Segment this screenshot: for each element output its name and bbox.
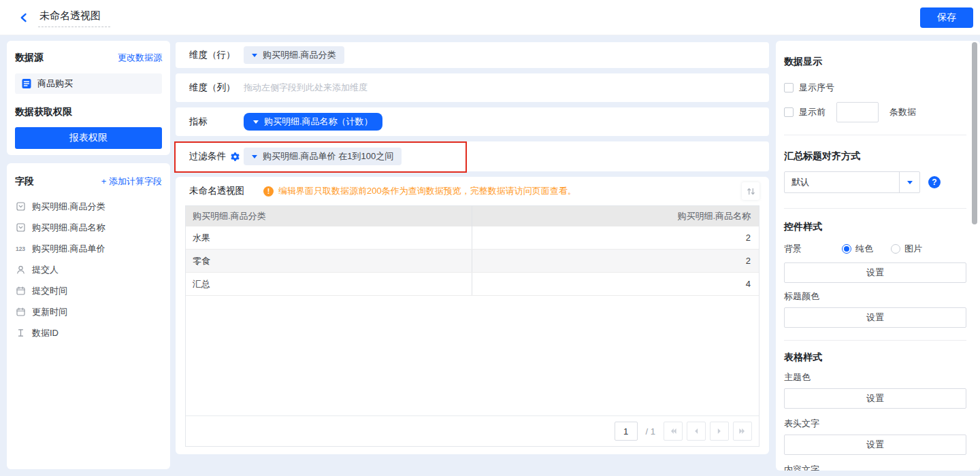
- page-number-input[interactable]: [615, 422, 638, 441]
- sort-button[interactable]: [742, 182, 760, 200]
- vertical-scrollbar-thumb[interactable]: [972, 42, 977, 224]
- title-color-set-button[interactable]: 设置: [784, 307, 966, 328]
- filter-label: 过滤条件: [189, 150, 244, 163]
- background-label: 背景: [784, 243, 842, 255]
- preview-notice-text: 编辑界面只取数据源前200条作为查询数据预览，完整数据请访问页面查看。: [278, 185, 576, 197]
- plus-icon: +: [101, 176, 107, 186]
- column-header: 购买明细.商品分类: [186, 206, 472, 226]
- header-text-set-button[interactable]: 设置: [784, 435, 966, 455]
- background-row: 背景 纯色 图片: [784, 243, 966, 255]
- field-item[interactable]: 提交时间: [15, 280, 162, 301]
- field-item[interactable]: 更新时间: [15, 301, 162, 322]
- pivot-editor: 未命名透视图 保存 数据源 更改数据源 商品购买 数据获取权限 报表权限 字段 …: [0, 0, 980, 476]
- sort-arrows-icon: [746, 186, 756, 197]
- table-row-summary: 汇总 4: [186, 273, 759, 296]
- chevron-down-icon: [253, 120, 259, 124]
- bg-solid-option[interactable]: 纯色: [842, 243, 873, 255]
- fields-title: 字段: [15, 175, 34, 188]
- cell-value: 2: [472, 226, 759, 249]
- page-title[interactable]: 未命名透视图: [38, 8, 110, 27]
- help-icon[interactable]: ?: [928, 176, 941, 188]
- preview-header: 未命名透视图 ! 编辑界面只取数据源前200条作为查询数据预览，完整数据请访问页…: [185, 177, 760, 205]
- table-style-title: 表格样式: [784, 352, 966, 364]
- summary-align-row: 默认 ?: [784, 171, 966, 193]
- chevron-right-icon: [715, 427, 723, 435]
- field-label: 购买明细.商品名称: [32, 222, 105, 234]
- datasource-item[interactable]: 商品购买: [15, 73, 162, 94]
- save-button[interactable]: 保存: [920, 7, 973, 28]
- record-count-input[interactable]: [836, 102, 879, 122]
- field-label: 更新时间: [32, 306, 67, 318]
- back-button[interactable]: [16, 10, 31, 25]
- double-chevron-right-icon: [738, 427, 747, 435]
- datasource-title: 数据源: [15, 52, 44, 64]
- metric-tag[interactable]: 购买明细.商品名称（计数）: [244, 113, 382, 131]
- preview-title: 未命名透视图: [189, 185, 244, 197]
- fields-panel: 字段 + 添加计算字段 购买明细.商品分类 购买明细.商品名称 123 购买明细…: [7, 163, 170, 469]
- field-label: 提交时间: [32, 285, 67, 297]
- metric-config: 指标 购买明细.商品名称（计数）: [176, 107, 769, 136]
- field-item[interactable]: 购买明细.商品分类: [15, 196, 162, 217]
- prev-page-button[interactable]: [687, 422, 706, 441]
- table-row: 水果 2: [186, 226, 759, 250]
- show-index-label: 显示序号: [799, 82, 834, 94]
- filter-tag[interactable]: 购买明细.商品单价 在1到100之间: [244, 148, 402, 165]
- background-set-button[interactable]: 设置: [784, 262, 966, 283]
- dimension-row-tag[interactable]: 购买明细.商品分类: [244, 46, 344, 64]
- dimension-col-placeholder: 拖动左侧字段到此处来添加维度: [244, 82, 368, 94]
- cell-category: 零食: [186, 250, 472, 272]
- field-item[interactable]: 数据ID: [15, 322, 162, 343]
- next-page-button[interactable]: [710, 422, 729, 441]
- select-field-icon: [15, 223, 26, 232]
- first-page-button[interactable]: [664, 422, 683, 441]
- cell-category: 水果: [186, 226, 472, 249]
- user-field-icon: [15, 265, 26, 274]
- field-list: 购买明细.商品分类 购买明细.商品名称 123 购买明细.商品单价 提交人 提交…: [15, 196, 162, 343]
- cell-category: 汇总: [186, 273, 472, 295]
- field-item[interactable]: 提交人: [15, 259, 162, 280]
- form-document-icon: [21, 78, 32, 89]
- double-chevron-left-icon: [669, 427, 677, 435]
- topbar: 未命名透视图 保存: [0, 0, 980, 35]
- change-datasource-link[interactable]: 更改数据源: [118, 52, 162, 64]
- dimension-col-config[interactable]: 维度（列） 拖动左侧字段到此处来添加维度: [176, 73, 769, 102]
- data-display-title: 数据显示: [784, 56, 966, 68]
- theme-color-label: 主题色: [784, 371, 966, 384]
- summary-align-select[interactable]: 默认: [784, 171, 920, 193]
- chevron-down-icon: [252, 54, 257, 57]
- table-empty-space: [186, 296, 759, 415]
- dimension-col-label: 维度（列）: [189, 82, 244, 94]
- preview-table: 购买明细.商品分类 购买明细.商品名称 水果 2 零食 2 汇总 4 / 1: [185, 205, 760, 447]
- cell-value: 2: [472, 250, 759, 272]
- last-page-button[interactable]: [733, 422, 752, 441]
- datasource-panel: 数据源 更改数据源 商品购买 数据获取权限 报表权限: [7, 41, 170, 155]
- divider: [784, 135, 966, 135]
- field-label: 数据ID: [32, 327, 59, 339]
- filter-config: 过滤条件 购买明细.商品单价 在1到100之间: [176, 141, 769, 171]
- content-text-label: 内容文字: [784, 464, 966, 471]
- select-field-icon: [15, 202, 26, 211]
- preview-notice: ! 编辑界面只取数据源前200条作为查询数据预览，完整数据请访问页面查看。: [263, 185, 576, 197]
- column-header: 购买明细.商品名称: [472, 206, 759, 226]
- chevron-down-icon: [252, 155, 257, 158]
- bg-image-option[interactable]: 图片: [891, 243, 922, 255]
- theme-color-set-button[interactable]: 设置: [784, 388, 966, 409]
- gear-icon[interactable]: [230, 152, 240, 162]
- chevron-down-icon: [907, 181, 913, 184]
- field-item[interactable]: 购买明细.商品名称: [15, 217, 162, 238]
- summary-align-title: 汇总标题对齐方式: [784, 150, 966, 163]
- show-index-checkbox[interactable]: [784, 83, 794, 92]
- text-field-icon: [15, 328, 26, 337]
- page-total: / 1: [646, 426, 655, 437]
- show-first-checkbox[interactable]: [784, 107, 794, 117]
- field-item[interactable]: 123 购买明细.商品单价: [15, 238, 162, 259]
- header-text-label: 表头文字: [784, 418, 966, 430]
- report-permission-button[interactable]: 报表权限: [15, 127, 162, 149]
- add-calc-field-link[interactable]: + 添加计算字段: [101, 175, 162, 188]
- widget-style-title: 控件样式: [784, 221, 966, 233]
- records-suffix: 条数据: [889, 106, 916, 118]
- dimension-row-label: 维度（行）: [189, 49, 244, 61]
- dimension-row-config: 维度（行） 购买明细.商品分类: [176, 42, 769, 68]
- warning-icon: !: [263, 186, 274, 197]
- title-color-label: 标题颜色: [784, 290, 966, 303]
